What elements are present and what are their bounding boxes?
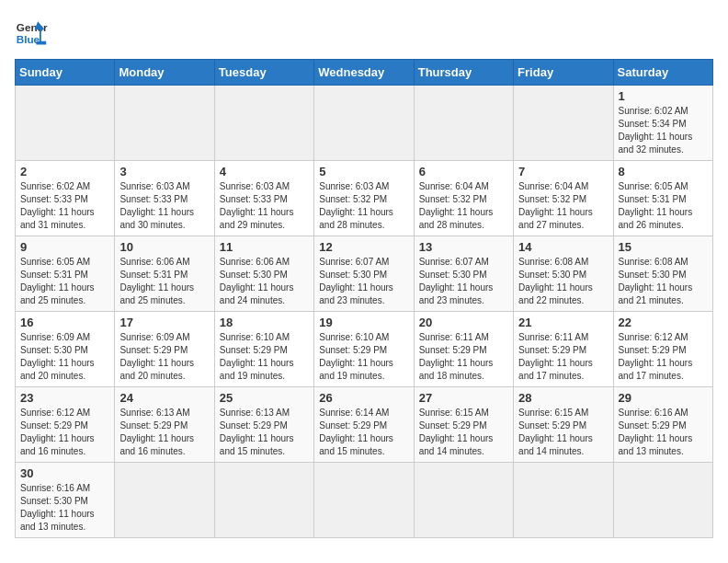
calendar-week-row: 1Sunrise: 6:02 AM Sunset: 5:34 PM Daylig… (16, 86, 713, 161)
weekday-header-row: SundayMondayTuesdayWednesdayThursdayFrid… (16, 60, 713, 86)
day-info: Sunrise: 6:08 AM Sunset: 5:30 PM Dayligh… (518, 256, 608, 307)
calendar-cell (115, 463, 214, 538)
day-number: 16 (20, 316, 109, 329)
calendar-cell: 13Sunrise: 6:07 AM Sunset: 5:30 PM Dayli… (414, 236, 513, 312)
calendar-cell: 9Sunrise: 6:05 AM Sunset: 5:31 PM Daylig… (16, 236, 115, 312)
calendar-cell: 25Sunrise: 6:13 AM Sunset: 5:29 PM Dayli… (214, 387, 313, 463)
weekday-header-sunday: Sunday (16, 60, 115, 86)
calendar-cell: 1Sunrise: 6:02 AM Sunset: 5:34 PM Daylig… (613, 86, 712, 161)
day-number: 6 (419, 165, 508, 178)
calendar-cell: 4Sunrise: 6:03 AM Sunset: 5:33 PM Daylig… (214, 161, 313, 236)
day-number: 21 (518, 316, 608, 329)
calendar-cell: 6Sunrise: 6:04 AM Sunset: 5:32 PM Daylig… (414, 161, 513, 236)
calendar-cell: 20Sunrise: 6:11 AM Sunset: 5:29 PM Dayli… (414, 312, 513, 387)
calendar-cell: 15Sunrise: 6:08 AM Sunset: 5:30 PM Dayli… (613, 236, 712, 312)
calendar-week-row: 30Sunrise: 6:16 AM Sunset: 5:30 PM Dayli… (16, 463, 713, 538)
calendar-table: SundayMondayTuesdayWednesdayThursdayFrid… (15, 59, 713, 538)
day-info: Sunrise: 6:09 AM Sunset: 5:30 PM Dayligh… (20, 331, 109, 383)
day-number: 26 (319, 391, 408, 405)
day-info: Sunrise: 6:04 AM Sunset: 5:32 PM Dayligh… (419, 180, 508, 232)
page-header: General Blue (15, 15, 713, 48)
day-info: Sunrise: 6:06 AM Sunset: 5:31 PM Dayligh… (119, 256, 209, 307)
day-number: 14 (518, 240, 608, 254)
day-info: Sunrise: 6:06 AM Sunset: 5:30 PM Dayligh… (220, 256, 309, 307)
day-info: Sunrise: 6:07 AM Sunset: 5:30 PM Dayligh… (419, 256, 508, 307)
calendar-cell (115, 86, 214, 161)
day-info: Sunrise: 6:03 AM Sunset: 5:33 PM Dayligh… (220, 180, 309, 232)
svg-text:General: General (17, 21, 48, 33)
day-number: 4 (220, 165, 309, 178)
day-number: 24 (119, 391, 209, 405)
calendar-cell (514, 463, 613, 538)
day-number: 2 (20, 165, 109, 178)
day-number: 11 (220, 240, 309, 254)
weekday-header-tuesday: Tuesday (214, 60, 313, 86)
calendar-cell: 14Sunrise: 6:08 AM Sunset: 5:30 PM Dayli… (514, 236, 613, 312)
day-number: 25 (220, 391, 309, 405)
day-info: Sunrise: 6:10 AM Sunset: 5:29 PM Dayligh… (220, 331, 309, 383)
calendar-cell (613, 463, 712, 538)
day-number: 27 (419, 391, 508, 405)
calendar-cell: 28Sunrise: 6:15 AM Sunset: 5:29 PM Dayli… (514, 387, 613, 463)
calendar-cell (214, 463, 313, 538)
calendar-cell: 29Sunrise: 6:16 AM Sunset: 5:29 PM Dayli… (613, 387, 712, 463)
day-number: 30 (20, 466, 109, 480)
day-number: 15 (619, 240, 708, 254)
day-number: 5 (319, 165, 408, 178)
day-number: 20 (419, 316, 508, 329)
day-info: Sunrise: 6:15 AM Sunset: 5:29 PM Dayligh… (419, 407, 508, 458)
day-info: Sunrise: 6:16 AM Sunset: 5:30 PM Dayligh… (20, 482, 109, 534)
calendar-cell: 17Sunrise: 6:09 AM Sunset: 5:29 PM Dayli… (115, 312, 214, 387)
calendar-cell (214, 86, 313, 161)
day-info: Sunrise: 6:16 AM Sunset: 5:29 PM Dayligh… (619, 407, 708, 458)
day-number: 8 (619, 165, 708, 178)
day-info: Sunrise: 6:13 AM Sunset: 5:29 PM Dayligh… (220, 407, 309, 458)
calendar-cell: 8Sunrise: 6:05 AM Sunset: 5:31 PM Daylig… (613, 161, 712, 236)
calendar-cell (314, 86, 414, 161)
day-number: 3 (119, 165, 209, 178)
calendar-cell: 11Sunrise: 6:06 AM Sunset: 5:30 PM Dayli… (214, 236, 313, 312)
calendar-cell: 2Sunrise: 6:02 AM Sunset: 5:33 PM Daylig… (16, 161, 115, 236)
calendar-cell: 26Sunrise: 6:14 AM Sunset: 5:29 PM Dayli… (314, 387, 414, 463)
calendar-cell: 30Sunrise: 6:16 AM Sunset: 5:30 PM Dayli… (16, 463, 115, 538)
calendar-cell: 21Sunrise: 6:11 AM Sunset: 5:29 PM Dayli… (514, 312, 613, 387)
weekday-header-friday: Friday (514, 60, 613, 86)
day-number: 12 (319, 240, 408, 254)
day-number: 28 (518, 391, 608, 405)
day-info: Sunrise: 6:11 AM Sunset: 5:29 PM Dayligh… (518, 331, 608, 383)
calendar-cell: 24Sunrise: 6:13 AM Sunset: 5:29 PM Dayli… (115, 387, 214, 463)
calendar-cell: 23Sunrise: 6:12 AM Sunset: 5:29 PM Dayli… (16, 387, 115, 463)
weekday-header-wednesday: Wednesday (314, 60, 414, 86)
calendar-cell: 3Sunrise: 6:03 AM Sunset: 5:33 PM Daylig… (115, 161, 214, 236)
day-info: Sunrise: 6:08 AM Sunset: 5:30 PM Dayligh… (619, 256, 708, 307)
weekday-header-saturday: Saturday (613, 60, 712, 86)
day-number: 7 (518, 165, 608, 178)
day-info: Sunrise: 6:03 AM Sunset: 5:33 PM Dayligh… (119, 180, 209, 232)
day-info: Sunrise: 6:13 AM Sunset: 5:29 PM Dayligh… (119, 407, 209, 458)
day-info: Sunrise: 6:14 AM Sunset: 5:29 PM Dayligh… (319, 407, 408, 458)
weekday-header-thursday: Thursday (414, 60, 513, 86)
day-number: 18 (220, 316, 309, 329)
day-number: 22 (619, 316, 708, 329)
day-info: Sunrise: 6:07 AM Sunset: 5:30 PM Dayligh… (319, 256, 408, 307)
day-info: Sunrise: 6:11 AM Sunset: 5:29 PM Dayligh… (419, 331, 508, 383)
calendar-cell: 16Sunrise: 6:09 AM Sunset: 5:30 PM Dayli… (16, 312, 115, 387)
logo: General Blue (15, 15, 48, 48)
calendar-cell: 19Sunrise: 6:10 AM Sunset: 5:29 PM Dayli… (314, 312, 414, 387)
calendar-cell: 22Sunrise: 6:12 AM Sunset: 5:29 PM Dayli… (613, 312, 712, 387)
day-number: 19 (319, 316, 408, 329)
day-info: Sunrise: 6:03 AM Sunset: 5:32 PM Dayligh… (319, 180, 408, 232)
day-number: 13 (419, 240, 508, 254)
calendar-week-row: 2Sunrise: 6:02 AM Sunset: 5:33 PM Daylig… (16, 161, 713, 236)
day-info: Sunrise: 6:05 AM Sunset: 5:31 PM Dayligh… (619, 180, 708, 232)
day-info: Sunrise: 6:09 AM Sunset: 5:29 PM Dayligh… (119, 331, 209, 383)
calendar-cell (16, 86, 115, 161)
logo-icon: General Blue (15, 15, 48, 48)
day-number: 10 (119, 240, 209, 254)
day-info: Sunrise: 6:02 AM Sunset: 5:33 PM Dayligh… (20, 180, 109, 232)
day-number: 23 (20, 391, 109, 405)
calendar-cell (414, 86, 513, 161)
calendar-cell: 27Sunrise: 6:15 AM Sunset: 5:29 PM Dayli… (414, 387, 513, 463)
day-info: Sunrise: 6:15 AM Sunset: 5:29 PM Dayligh… (518, 407, 608, 458)
day-info: Sunrise: 6:10 AM Sunset: 5:29 PM Dayligh… (319, 331, 408, 383)
